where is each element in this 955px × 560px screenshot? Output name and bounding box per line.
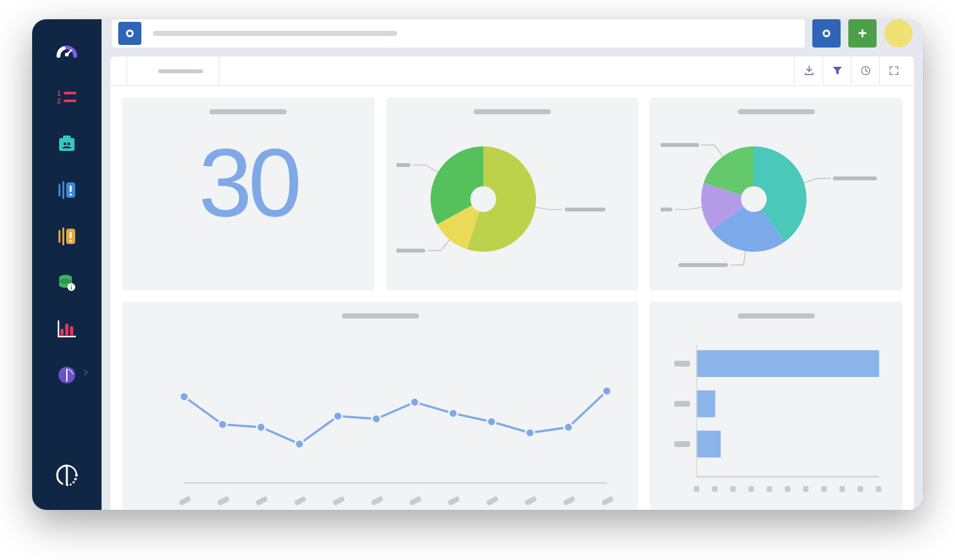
svg-rect-54: [332, 496, 346, 506]
sidebar-item-orange-alerts[interactable]: [54, 223, 80, 249]
history-button[interactable]: [851, 57, 879, 85]
tab-active[interactable]: [127, 57, 219, 85]
search-input[interactable]: [153, 31, 397, 36]
svg-rect-4: [64, 92, 76, 94]
clock-icon: [861, 66, 871, 76]
circle-icon: [126, 30, 134, 37]
svg-rect-36: [397, 249, 425, 252]
svg-rect-60: [447, 496, 461, 506]
svg-point-14: [69, 193, 71, 195]
svg-rect-68: [601, 496, 614, 506]
pie-chart-2: [661, 122, 892, 270]
svg-point-63: [526, 428, 535, 437]
svg-point-23: [71, 284, 72, 286]
svg-text:2: 2: [57, 98, 61, 105]
app-window: 1 2: [32, 19, 923, 510]
svg-rect-79: [730, 486, 736, 492]
svg-rect-64: [524, 496, 538, 506]
filter-button[interactable]: [823, 57, 851, 85]
user-avatar[interactable]: [884, 19, 913, 48]
svg-rect-76: [674, 441, 690, 447]
svg-rect-84: [821, 486, 827, 492]
download-button[interactable]: [794, 57, 823, 85]
svg-rect-11: [62, 181, 64, 199]
svg-rect-40: [678, 263, 727, 267]
fullscreen-button[interactable]: [879, 57, 907, 85]
card-title: [738, 313, 815, 319]
tab-label: [158, 69, 203, 73]
svg-rect-18: [70, 232, 72, 238]
svg-rect-83: [803, 486, 809, 492]
pie-chart-card-2: [650, 98, 902, 290]
svg-point-67: [602, 387, 611, 396]
svg-point-53: [334, 412, 343, 421]
svg-rect-27: [70, 326, 73, 335]
sidebar-item-chart-report[interactable]: [54, 316, 80, 342]
svg-rect-78: [712, 486, 718, 492]
svg-point-61: [487, 417, 496, 426]
alert-bars-icon: [57, 181, 76, 199]
svg-text:1: 1: [57, 90, 61, 97]
sidebar: 1 2: [32, 19, 102, 510]
svg-rect-56: [370, 496, 384, 506]
svg-rect-26: [66, 324, 69, 335]
alert-bars-icon: [57, 227, 76, 245]
sidebar-item-ranked-list[interactable]: 1 2: [54, 85, 80, 110]
bar-chart-card: [650, 302, 902, 510]
svg-rect-74: [674, 401, 690, 407]
pie-chart-1: [397, 122, 628, 270]
metric-card: 30: [122, 98, 375, 290]
sidebar-item-data-info[interactable]: [54, 270, 80, 295]
svg-point-47: [219, 420, 228, 429]
svg-rect-82: [785, 486, 790, 492]
svg-point-21: [59, 279, 72, 284]
sidebar-item-dashboard[interactable]: [54, 39, 80, 64]
svg-point-45: [180, 392, 189, 401]
svg-rect-6: [59, 138, 75, 151]
svg-point-38: [470, 186, 496, 212]
svg-rect-41: [661, 207, 672, 211]
database-info-icon: [57, 273, 76, 292]
topbar: +: [102, 19, 923, 48]
svg-rect-52: [294, 496, 307, 506]
sidebar-logo[interactable]: [51, 469, 82, 500]
sidebar-item-logo-link[interactable]: [54, 362, 80, 388]
svg-rect-75: [697, 431, 721, 458]
svg-point-29: [75, 474, 78, 477]
quick-action-button[interactable]: [812, 19, 841, 48]
svg-point-55: [372, 414, 381, 423]
svg-rect-7: [63, 136, 71, 139]
svg-rect-81: [767, 486, 772, 492]
search-bar[interactable]: [112, 19, 805, 48]
svg-rect-62: [486, 496, 499, 506]
metric-value: 30: [199, 135, 298, 231]
svg-point-31: [73, 481, 75, 484]
bar-chart-icon: [57, 320, 76, 338]
svg-rect-73: [697, 390, 715, 417]
svg-point-32: [69, 484, 71, 486]
card-title: [342, 313, 419, 319]
svg-rect-24: [71, 286, 72, 290]
svg-rect-58: [409, 496, 422, 506]
ranked-list-icon: 1 2: [57, 90, 76, 105]
svg-point-51: [295, 440, 304, 449]
svg-rect-72: [674, 361, 690, 367]
line-chart-card: [122, 302, 638, 510]
sidebar-item-team[interactable]: [54, 131, 80, 157]
pie-chart-card-1: [386, 98, 639, 290]
svg-rect-39: [833, 177, 877, 180]
svg-point-59: [449, 409, 458, 418]
card-title: [210, 109, 287, 114]
bar-chart: [664, 326, 888, 510]
add-button[interactable]: +: [848, 19, 877, 48]
card-title: [474, 109, 551, 114]
plus-icon: +: [858, 26, 867, 41]
fullscreen-icon: [889, 66, 899, 76]
svg-rect-80: [749, 486, 754, 492]
team-badge-icon: [57, 134, 76, 153]
svg-rect-87: [876, 486, 882, 492]
sidebar-item-blue-alerts[interactable]: [54, 177, 80, 203]
search-type-button[interactable]: [118, 22, 141, 45]
svg-point-65: [564, 423, 573, 432]
download-icon: [804, 66, 814, 76]
